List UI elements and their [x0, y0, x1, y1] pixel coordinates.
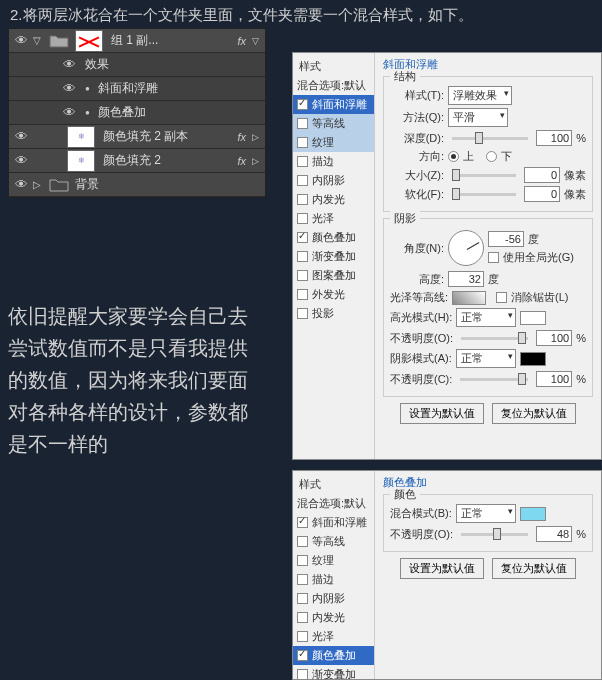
visibility-icon[interactable]: 👁: [9, 177, 33, 192]
highlight-color-swatch[interactable]: [520, 311, 546, 325]
style-stroke[interactable]: 描边: [293, 570, 374, 589]
reset-default-button[interactable]: 复位为默认值: [492, 403, 576, 424]
checkbox[interactable]: [297, 650, 308, 661]
checkbox[interactable]: [297, 593, 308, 604]
style-pattern-overlay[interactable]: 图案叠加: [293, 266, 374, 285]
shadow-opacity-slider[interactable]: [460, 378, 528, 381]
fx-badge[interactable]: fx: [231, 35, 252, 47]
shadow-opacity-input[interactable]: 100: [536, 371, 572, 387]
layer-name[interactable]: 颜色填充 2: [99, 152, 231, 169]
antialias-checkbox[interactable]: [496, 292, 507, 303]
layer-thumbnail[interactable]: ❄: [67, 126, 95, 148]
effects-row[interactable]: 👁 效果: [9, 53, 265, 77]
style-blend-default[interactable]: 混合选项:默认: [293, 76, 374, 95]
shadow-color-swatch[interactable]: [520, 352, 546, 366]
soften-input[interactable]: 0: [524, 186, 560, 202]
style-satin[interactable]: 光泽: [293, 209, 374, 228]
style-satin[interactable]: 光泽: [293, 627, 374, 646]
style-bevel-emboss[interactable]: 斜面和浮雕: [293, 513, 374, 532]
checkbox[interactable]: [297, 289, 308, 300]
layer-fill-2-copy[interactable]: 👁 ❄ 颜色填充 2 副本 fx ▷: [9, 125, 265, 149]
style-select[interactable]: 浮雕效果: [448, 86, 512, 105]
angle-widget[interactable]: [448, 230, 484, 266]
set-default-button[interactable]: 设置为默认值: [400, 558, 484, 579]
size-input[interactable]: 0: [524, 167, 560, 183]
highlight-opacity-input[interactable]: 100: [536, 330, 572, 346]
effect-color-overlay-row[interactable]: 👁 ● 颜色叠加: [9, 101, 265, 125]
global-light-checkbox[interactable]: [488, 252, 499, 263]
checkbox[interactable]: [297, 99, 308, 110]
layer-name[interactable]: 组 1 副...: [107, 32, 231, 49]
style-drop-shadow[interactable]: 投影: [293, 304, 374, 323]
depth-input[interactable]: 100: [536, 130, 572, 146]
style-texture[interactable]: 纹理: [293, 133, 374, 152]
layer-name[interactable]: 颜色填充 2 副本: [99, 128, 231, 145]
checkbox[interactable]: [297, 536, 308, 547]
fx-expand-icon[interactable]: ▷: [252, 156, 265, 166]
fx-expand-icon[interactable]: ▽: [252, 36, 265, 46]
checkbox[interactable]: [297, 555, 308, 566]
style-outer-glow[interactable]: 外发光: [293, 285, 374, 304]
style-bevel-emboss[interactable]: 斜面和浮雕: [293, 95, 374, 114]
checkbox[interactable]: [297, 631, 308, 642]
checkbox[interactable]: [297, 270, 308, 281]
layer-name[interactable]: 背景: [71, 176, 265, 193]
visibility-icon[interactable]: 👁: [57, 81, 81, 96]
checkbox[interactable]: [297, 517, 308, 528]
mask-disabled-icon[interactable]: [75, 30, 103, 52]
style-texture[interactable]: 纹理: [293, 551, 374, 570]
depth-slider[interactable]: [452, 137, 528, 140]
layer-thumbnail[interactable]: ❄: [67, 150, 95, 172]
checkbox[interactable]: [297, 156, 308, 167]
visibility-icon[interactable]: 👁: [9, 153, 33, 168]
opacity-input[interactable]: 48: [536, 526, 572, 542]
visibility-icon[interactable]: 👁: [57, 57, 81, 72]
style-inner-shadow[interactable]: 内阴影: [293, 171, 374, 190]
gloss-contour-picker[interactable]: [452, 291, 486, 305]
style-gradient-overlay[interactable]: 渐变叠加: [293, 247, 374, 266]
style-gradient-overlay[interactable]: 渐变叠加: [293, 665, 374, 680]
checkbox[interactable]: [297, 574, 308, 585]
checkbox[interactable]: [297, 612, 308, 623]
highlight-opacity-slider[interactable]: [461, 337, 528, 340]
fx-badge[interactable]: fx: [231, 131, 252, 143]
angle-input[interactable]: -56: [488, 231, 524, 247]
layer-group-1[interactable]: 👁 ▽ 组 1 副... fx ▽: [9, 29, 265, 53]
blend-mode-select[interactable]: 正常: [456, 504, 516, 523]
checkbox[interactable]: [297, 308, 308, 319]
checkbox[interactable]: [297, 194, 308, 205]
expand-arrow-icon[interactable]: ▽: [33, 35, 47, 46]
direction-up-radio[interactable]: [448, 151, 459, 162]
style-color-overlay[interactable]: 颜色叠加: [293, 228, 374, 247]
style-contour[interactable]: 等高线: [293, 532, 374, 551]
direction-down-radio[interactable]: [486, 151, 497, 162]
style-color-overlay[interactable]: 颜色叠加: [293, 646, 374, 665]
style-stroke[interactable]: 描边: [293, 152, 374, 171]
style-blend-default[interactable]: 混合选项:默认: [293, 494, 374, 513]
visibility-icon[interactable]: 👁: [9, 129, 33, 144]
fx-badge[interactable]: fx: [231, 155, 252, 167]
style-inner-glow[interactable]: 内发光: [293, 608, 374, 627]
method-select[interactable]: 平滑: [448, 108, 508, 127]
set-default-button[interactable]: 设置为默认值: [400, 403, 484, 424]
size-slider[interactable]: [452, 174, 516, 177]
checkbox[interactable]: [297, 669, 308, 680]
expand-arrow-icon[interactable]: ▷: [33, 179, 47, 190]
visibility-icon[interactable]: 👁: [57, 105, 81, 120]
checkbox[interactable]: [297, 118, 308, 129]
highlight-mode-select[interactable]: 正常: [456, 308, 516, 327]
overlay-color-swatch[interactable]: [520, 507, 546, 521]
style-inner-shadow[interactable]: 内阴影: [293, 589, 374, 608]
visibility-icon[interactable]: 👁: [9, 33, 33, 48]
checkbox[interactable]: [297, 175, 308, 186]
style-inner-glow[interactable]: 内发光: [293, 190, 374, 209]
opacity-slider[interactable]: [461, 533, 528, 536]
soften-slider[interactable]: [452, 193, 516, 196]
checkbox[interactable]: [297, 213, 308, 224]
layer-fill-2[interactable]: 👁 ❄ 颜色填充 2 fx ▷: [9, 149, 265, 173]
checkbox[interactable]: [297, 251, 308, 262]
checkbox[interactable]: [297, 232, 308, 243]
reset-default-button[interactable]: 复位为默认值: [492, 558, 576, 579]
shadow-mode-select[interactable]: 正常: [456, 349, 516, 368]
altitude-input[interactable]: 32: [448, 271, 484, 287]
